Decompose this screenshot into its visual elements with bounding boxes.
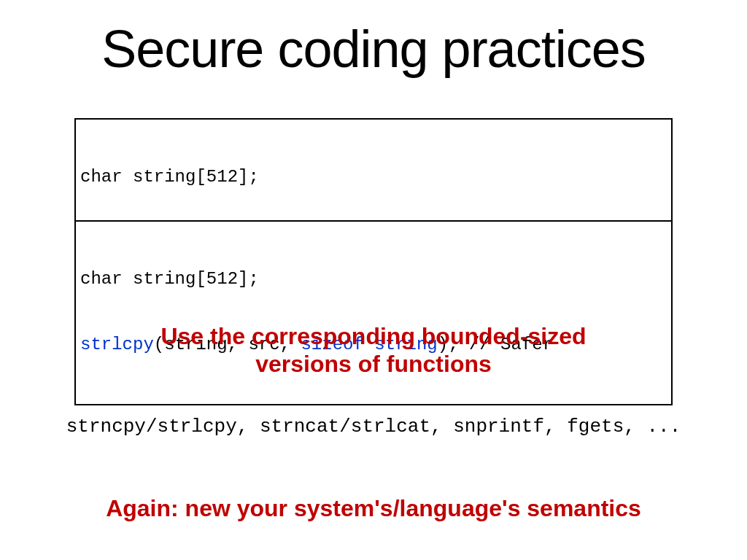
caption-semantics: Again: new your system's/language's sema… [0, 494, 747, 522]
caption-bounded-functions: Use the corresponding bounded-sized vers… [0, 322, 747, 378]
code-line: char string[512]; [80, 268, 667, 290]
code-line: char string[512]; [80, 166, 667, 188]
function-list: strncpy/strlcpy, strncat/strlcat, snprin… [0, 416, 747, 438]
slide: Secure coding practices char string[512]… [0, 0, 747, 560]
caption-line: Use the corresponding bounded-sized [160, 323, 586, 349]
caption-line: versions of functions [255, 351, 492, 377]
slide-title: Secure coding practices [0, 19, 747, 79]
